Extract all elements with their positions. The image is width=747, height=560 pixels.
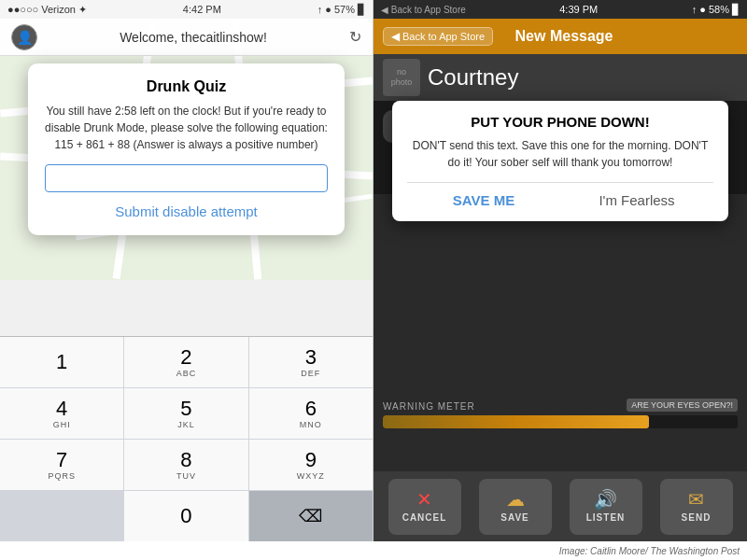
warning-dialog: PUT YOUR PHONE DOWN! DON'T send this tex… bbox=[392, 101, 728, 221]
warning-actions: SAVE ME I'm Fearless bbox=[407, 182, 713, 208]
key-3[interactable]: 3DEF bbox=[249, 337, 373, 387]
message-header: nophoto Courtney bbox=[374, 54, 747, 101]
nav-title: New Message bbox=[493, 28, 635, 45]
contact-name: Courtney bbox=[428, 64, 518, 91]
save-button[interactable]: ☁ SAVE bbox=[479, 479, 552, 535]
send-button[interactable]: ✉ SEND bbox=[660, 479, 733, 535]
key-5[interactable]: 5JKL bbox=[124, 388, 247, 439]
send-label: SEND bbox=[682, 512, 712, 523]
warning-body: DON'T send this text. Save this one for … bbox=[407, 137, 713, 171]
submit-button[interactable]: Submit disable attempt bbox=[45, 203, 328, 219]
listen-label: LISTEN bbox=[586, 512, 626, 523]
warning-title: PUT YOUR PHONE DOWN! bbox=[407, 114, 713, 130]
key-8[interactable]: 8TUV bbox=[124, 440, 247, 490]
key-0[interactable]: 0 bbox=[124, 491, 247, 541]
cancel-label: CANCEL bbox=[402, 512, 447, 523]
nav-bar-right: ◀ Back to App Store New Message bbox=[374, 19, 747, 54]
status-bar-left: ●●○○○ Verizon ✦ 4:42 PM ↑ ● 57% ▊ bbox=[0, 0, 373, 19]
cancel-button[interactable]: ✕ CANCEL bbox=[388, 479, 461, 535]
phone-left: ●●○○○ Verizon ✦ 4:42 PM ↑ ● 57% ▊ 👤 Welc… bbox=[0, 0, 374, 541]
back-label: Back to App Store bbox=[402, 31, 485, 42]
key-6[interactable]: 6MNO bbox=[249, 388, 373, 439]
time-right: 4:39 PM bbox=[559, 4, 598, 15]
back-to-appstore[interactable]: ◀ Back to App Store bbox=[381, 5, 466, 15]
key-1[interactable]: 1 bbox=[0, 337, 123, 387]
quiz-input[interactable] bbox=[45, 164, 328, 192]
eyes-open-label: ARE YOUR EYES OPEN?! bbox=[627, 399, 738, 412]
back-button[interactable]: ◀ Back to App Store bbox=[383, 27, 493, 46]
key-4[interactable]: 4GHI bbox=[0, 388, 123, 439]
save-me-button[interactable]: SAVE ME bbox=[407, 192, 560, 208]
save-label: SAVE bbox=[500, 512, 529, 523]
quiz-dialog: Drunk Quiz You still have 2:58 left on t… bbox=[28, 63, 345, 235]
listen-button[interactable]: 🔊 LISTEN bbox=[570, 479, 642, 535]
avatar: 👤 bbox=[11, 24, 37, 50]
battery-left: ↑ ● 57% ▊ bbox=[317, 4, 365, 16]
key-spacer-left bbox=[0, 491, 123, 541]
key-backspace[interactable]: ⌫ bbox=[249, 491, 373, 541]
key-9[interactable]: 9WXYZ bbox=[249, 440, 373, 490]
phone-right: ◀ Back to App Store 4:39 PM ↑ ● 58% ▊ ◀ … bbox=[374, 0, 747, 541]
welcome-bar: 👤 Welcome, thecaitlinshow! ↻ bbox=[0, 19, 373, 56]
quiz-title: Drunk Quiz bbox=[45, 78, 328, 95]
cancel-icon: ✕ bbox=[416, 490, 432, 509]
fearless-button[interactable]: I'm Fearless bbox=[560, 192, 713, 208]
key-7[interactable]: 7PQRS bbox=[0, 440, 123, 490]
back-arrow-icon: ◀ bbox=[391, 30, 400, 43]
battery-right: ↑ ● 58% ▊ bbox=[692, 4, 740, 16]
action-bar: ✕ CANCEL ☁ SAVE 🔊 LISTEN ✉ SEND bbox=[374, 471, 747, 541]
time-left: 4:42 PM bbox=[183, 4, 221, 15]
quiz-body: You still have 2:58 left on the clock! B… bbox=[45, 103, 328, 153]
listen-icon: 🔊 bbox=[594, 490, 617, 509]
warning-meter-section: WARNING METER ARE YOUR EYES OPEN?! bbox=[374, 398, 747, 434]
keypad: 1 2ABC 3DEF 4GHI 5JKL 6MNO 7PQRS 8TUV 9W… bbox=[0, 336, 373, 541]
save-icon: ☁ bbox=[506, 490, 525, 509]
meter-fill bbox=[383, 415, 649, 428]
caption-bar: Image: Caitlin Moore/ The Washington Pos… bbox=[0, 541, 747, 560]
send-icon: ✉ bbox=[688, 490, 704, 509]
welcome-text: Welcome, thecaitlinshow! bbox=[37, 30, 349, 45]
status-bar-right: ◀ Back to App Store 4:39 PM ↑ ● 58% ▊ bbox=[374, 0, 747, 19]
meter-bar bbox=[383, 415, 738, 428]
caption-text: Image: Caitlin Moore/ The Washington Pos… bbox=[559, 546, 740, 556]
carrier-left: ●●○○○ Verizon ✦ bbox=[7, 4, 87, 16]
contact-photo: nophoto bbox=[383, 59, 420, 96]
refresh-icon[interactable]: ↻ bbox=[349, 28, 361, 46]
key-2[interactable]: 2ABC bbox=[124, 337, 247, 387]
